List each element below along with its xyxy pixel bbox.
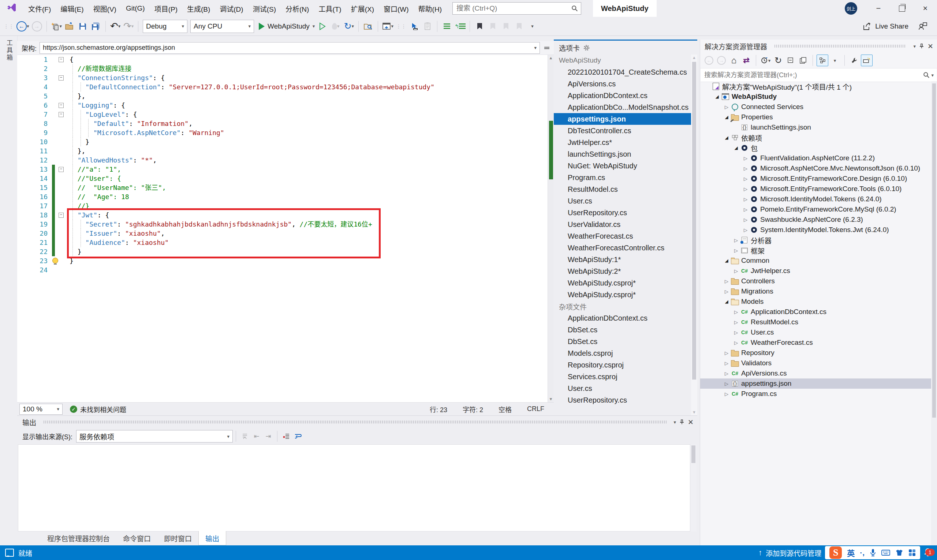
output-source-dropdown[interactable]: 服务依赖项▾	[76, 430, 233, 443]
refresh-button[interactable]: ↻	[772, 55, 784, 66]
clear-bookmarks-button[interactable]	[512, 20, 526, 33]
line-ending[interactable]: CRLF	[527, 405, 544, 413]
back-button[interactable]: ←	[703, 55, 715, 66]
fold-column[interactable]	[55, 220, 69, 229]
toolbar-grip[interactable]: ⋮⋮	[395, 20, 408, 33]
next-message-button[interactable]: ⇥	[262, 431, 274, 442]
code-line[interactable]: 20 "Issuer": "xiaoshu",	[17, 229, 548, 238]
scroll-down-arrow[interactable]: ▼	[691, 409, 697, 415]
code-text[interactable]: "Microsoft.AspNetCore": "Warning"	[69, 128, 225, 137]
chevron-down-icon[interactable]: ▾	[931, 72, 934, 78]
line-number[interactable]: 11	[17, 146, 52, 155]
solution-search-box[interactable]: ▾	[700, 68, 937, 82]
tree-item[interactable]: ▷Pomelo.EntityFrameworkCore.MySql (6.0.2…	[700, 204, 931, 214]
expanded-arrow-icon[interactable]: ◢	[723, 258, 730, 263]
tree-item[interactable]: ▷System.IdentityModel.Tokens.Jwt (6.24.0…	[700, 225, 931, 235]
line-number[interactable]: 12	[17, 155, 52, 165]
code-line[interactable]: 15 // "UserName": "张三",	[17, 183, 548, 192]
solution-tree-scrollbar[interactable]	[931, 81, 937, 545]
previous-bookmark-button[interactable]	[486, 20, 499, 33]
tree-item[interactable]: ▷Microsoft.AspNetCore.Mvc.NewtonsoftJson…	[700, 163, 931, 174]
line-number[interactable]: 13	[17, 165, 52, 174]
document-tab[interactable]: User.cs	[554, 383, 691, 394]
toolbox-grid-icon[interactable]	[908, 549, 916, 556]
document-tab[interactable]: ResultModel.cs	[554, 183, 691, 195]
code-text[interactable]: "Secret": "sghkadhkabhahjbdskanladhnjsfb…	[69, 220, 372, 229]
scroll-up-arrow[interactable]: ▲	[691, 55, 697, 61]
menu-item-10[interactable]: 扩展(X)	[346, 0, 379, 17]
fold-column[interactable]	[55, 183, 69, 192]
paste-button[interactable]	[421, 20, 434, 33]
start-without-debugging-button[interactable]	[316, 20, 329, 33]
expanded-arrow-icon[interactable]: ◢	[723, 135, 730, 140]
line-number[interactable]: 14	[17, 174, 52, 183]
document-tab[interactable]: DbSet.cs	[554, 324, 691, 335]
collapsed-arrow-icon[interactable]: ▷	[723, 381, 730, 386]
code-line[interactable]: 8 "Default": "Information",	[17, 119, 548, 128]
tree-item[interactable]: ▷C#Program.cs	[700, 389, 931, 399]
save-all-button[interactable]	[89, 20, 103, 33]
tree-item[interactable]: ▷C#User.cs	[700, 327, 931, 337]
code-line[interactable]: 10 }	[17, 137, 548, 146]
document-tab[interactable]: DbTestController.cs	[554, 125, 691, 137]
menu-item-3[interactable]: Git(G)	[121, 0, 150, 17]
line-number[interactable]: 15	[17, 183, 52, 192]
output-scrollbar[interactable]	[690, 445, 697, 531]
solution-search-input[interactable]	[700, 71, 923, 79]
tree-item[interactable]: ◢Models	[700, 297, 931, 307]
ime-punctuation-toggle[interactable]: ·,	[860, 548, 865, 557]
restart-button[interactable]: ↻▾	[342, 20, 355, 33]
tree-item[interactable]: ▷Controllers	[700, 276, 931, 286]
keyboard-icon[interactable]	[882, 549, 890, 556]
tree-item[interactable]: ▷C#ResultModel.cs	[700, 317, 931, 327]
select-pointer-button[interactable]	[408, 20, 421, 33]
document-tab[interactable]: Repository.csproj	[554, 359, 691, 371]
document-tab[interactable]: WebApiStudy:2*	[554, 265, 691, 277]
line-number[interactable]: 4	[17, 82, 52, 91]
fold-column[interactable]	[55, 229, 69, 238]
collapsed-arrow-icon[interactable]: ▷	[742, 166, 749, 171]
code-line[interactable]: 4 "DefaultConnection": "Server=127.0.0.1…	[17, 82, 548, 91]
collapsed-arrow-icon[interactable]: ▷	[723, 104, 730, 110]
editor-scrollbar[interactable]: ▲ ▼	[548, 55, 554, 402]
collapsed-arrow-icon[interactable]: ▷	[742, 186, 749, 192]
tree-item[interactable]: ▷Migrations	[700, 286, 931, 297]
menu-item-9[interactable]: 工具(T)	[314, 0, 346, 17]
fold-marker-icon[interactable]: −	[58, 167, 64, 172]
fold-column[interactable]: −	[55, 55, 69, 64]
fold-column[interactable]	[55, 146, 69, 155]
menu-item-0[interactable]: 文件(F)	[23, 0, 55, 17]
line-number[interactable]: 21	[17, 238, 52, 247]
code-line[interactable]: 6− "Logging": {	[17, 101, 548, 110]
collapsed-arrow-icon[interactable]: ▷	[732, 309, 740, 315]
tree-item[interactable]: ▷Repository	[700, 348, 931, 358]
code-text[interactable]: },	[69, 91, 85, 101]
code-line[interactable]: 3− "ConnectionStrings": {	[17, 73, 548, 82]
document-tab[interactable]: Program.cs	[554, 172, 691, 183]
tree-item[interactable]: ▷C#WeatherForecast.cs	[700, 337, 931, 348]
global-search-input[interactable]	[456, 4, 571, 13]
code-line[interactable]: 7− "LogLevel": {	[17, 110, 548, 119]
sync-with-active-document-button[interactable]: ⇄	[740, 55, 752, 66]
code-line[interactable]: 19 "Secret": "sghkadhkabhahjbdskanladhnj…	[17, 220, 548, 229]
code-text[interactable]: "Default": "Information",	[69, 119, 192, 128]
tree-item[interactable]: ▷Connected Services	[700, 102, 931, 112]
code-line[interactable]: 13− //"a": "1",	[17, 165, 548, 174]
skin-shirt-icon[interactable]	[895, 549, 903, 556]
redo-button[interactable]: ↷▾	[122, 20, 135, 33]
document-tab[interactable]: launchSettings.json	[554, 148, 691, 160]
collapse-all-button[interactable]	[785, 55, 797, 66]
line-number[interactable]: 9	[17, 128, 52, 137]
code-text[interactable]: "AllowedHosts": "*",	[69, 155, 157, 165]
code-text[interactable]: // "UserName": "张三",	[69, 183, 166, 192]
menu-item-7[interactable]: 测试(S)	[248, 0, 281, 17]
tree-item[interactable]: ◢依赖项	[700, 132, 931, 143]
line-number[interactable]: 7	[17, 110, 52, 119]
tree-item[interactable]: ▷框架	[700, 245, 931, 255]
tool-window-tab[interactable]: 命令窗口	[116, 531, 157, 545]
document-tab[interactable]: WebApiStudy.csproj*	[554, 277, 691, 289]
document-tab[interactable]: 20221020101704_CreateSchema.cs	[554, 66, 691, 78]
maximize-button[interactable]	[890, 0, 914, 17]
collapsed-arrow-icon[interactable]: ▷	[723, 278, 730, 284]
start-debugging-button[interactable]: WebApiStudy ▾	[258, 20, 316, 33]
